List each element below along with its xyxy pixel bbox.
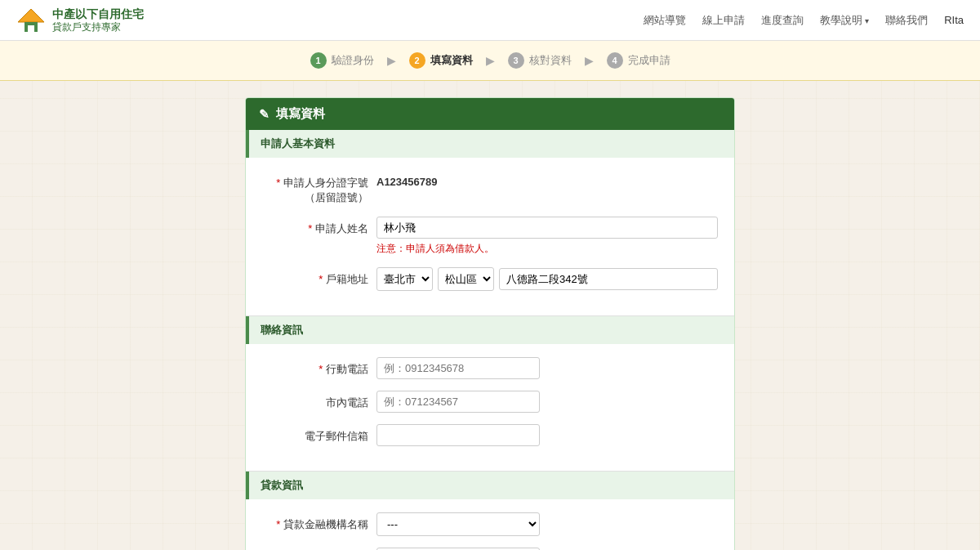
form-header: ✎ 填寫資料 [246,98,734,130]
email-row: 電子郵件信箱 [262,424,718,446]
mobile-row: * 行動電話 [262,357,718,379]
step-1-label: 驗證身份 [332,53,374,68]
city-select[interactable]: 臺北市 新北市 桃園市 台中市 台南市 高雄市 [376,267,433,291]
contact-body: * 行動電話 市內電話 電子郵件信箱 [246,344,734,471]
email-input[interactable] [376,424,540,446]
arrow-3: ▶ [581,54,597,67]
step-4-label: 完成申請 [628,53,670,68]
district-select[interactable]: 松山區 信義區 大安區 中山區 [438,267,494,291]
nav-contact[interactable]: 聯絡我們 [885,13,928,28]
step-4[interactable]: 4 完成申請 [597,49,680,72]
step-3[interactable]: 3 核對資料 [498,49,581,72]
nav-online-apply[interactable]: 線上申請 [702,13,745,28]
step-2[interactable]: 2 填寫資料 [399,49,483,72]
user-name: RIta [944,14,964,26]
bank-row: * 貸款金融機構名稱 --- [262,512,718,536]
address-detail-input[interactable] [499,268,718,290]
logo-line2: 貸款戶支持專家 [52,21,144,33]
id-row: * 申請人身分證字號（居留證號） A123456789 [262,171,718,205]
address-inputs: 臺北市 新北市 桃園市 台中市 台南市 高雄市 松山區 信義區 大安區 中山區 [376,267,718,291]
name-label: * 申請人姓名 [262,217,368,236]
name-field: 注意：申請人須為借款人。 [376,217,718,256]
svg-rect-2 [28,25,34,32]
name-input[interactable] [376,217,718,239]
loan-body: * 貸款金融機構名稱 --- * 分行 --- [246,499,734,550]
step-1-num: 1 [310,52,327,69]
step-4-num: 4 [607,52,623,69]
progress-bar: 1 驗證身份 ▶ 2 填寫資料 ▶ 3 核對資料 ▶ 4 完成申請 [0,41,980,81]
form-title: 填寫資料 [276,106,325,122]
loan-header: 貸款資訊 [246,472,734,499]
name-row: * 申請人姓名 注意：申請人須為借款人。 [262,217,718,256]
pencil-icon: ✎ [259,107,270,122]
id-field: A123456789 [376,171,718,193]
basic-info-header: 申請人基本資料 [246,130,734,158]
basic-info-body: * 申請人身分證字號（居留證號） A123456789 * 申請人姓名 注意：申… [246,158,734,315]
site-header: 中產以下自用住宅 貸款戶支持專家 網站導覽 線上申請 進度查詢 教學說明 聯絡我… [0,0,980,41]
nav-teaching[interactable]: 教學說明 [820,13,869,28]
bank-field: --- [376,512,718,536]
nav-menu: 網站導覽 線上申請 進度查詢 教學說明 聯絡我們 RIta [644,13,964,28]
step-2-label: 填寫資料 [430,53,473,68]
nav-progress[interactable]: 進度查詢 [761,13,804,28]
mobile-input[interactable] [376,357,540,379]
svg-marker-0 [18,9,44,22]
home-phone-input[interactable] [376,391,540,413]
step-3-label: 核對資料 [529,53,572,68]
logo-line1: 中產以下自用住宅 [52,7,144,21]
step-3-num: 3 [508,52,524,69]
step-2-num: 2 [409,52,425,69]
main-content: ✎ 填寫資料 申請人基本資料 * 申請人身分證字號（居留證號） A1234567… [237,97,743,550]
arrow-2: ▶ [483,54,498,67]
nav-guide[interactable]: 網站導覽 [644,13,686,28]
address-label: * 戶籍地址 [262,267,368,287]
bank-label: * 貸款金融機構名稱 [262,512,368,532]
email-label: 電子郵件信箱 [262,424,368,444]
home-phone-label: 市內電話 [262,391,368,410]
logo-icon [16,6,46,35]
logo: 中產以下自用住宅 貸款戶支持專家 [16,6,144,35]
mobile-field [376,357,718,379]
contact-header: 聯絡資訊 [246,316,734,344]
notice-text: 注意：申請人須為借款人。 [376,242,718,256]
mobile-label: * 行動電話 [262,357,368,377]
logo-text: 中產以下自用住宅 貸款戶支持專家 [52,7,144,33]
home-phone-row: 市內電話 [262,391,718,413]
arrow-1: ▶ [384,54,399,67]
id-value: A123456789 [376,171,718,193]
address-row: * 戶籍地址 臺北市 新北市 桃園市 台中市 台南市 高雄市 松山區 [262,267,718,291]
id-label: * 申請人身分證字號（居留證號） [262,171,368,205]
address-field: 臺北市 新北市 桃園市 台中市 台南市 高雄市 松山區 信義區 大安區 中山區 [376,267,718,291]
home-phone-field [376,391,718,413]
email-field [376,424,718,446]
step-1[interactable]: 1 驗證身份 [301,49,384,72]
form-card: ✎ 填寫資料 申請人基本資料 * 申請人身分證字號（居留證號） A1234567… [245,97,735,550]
bank-select[interactable]: --- [376,512,540,536]
